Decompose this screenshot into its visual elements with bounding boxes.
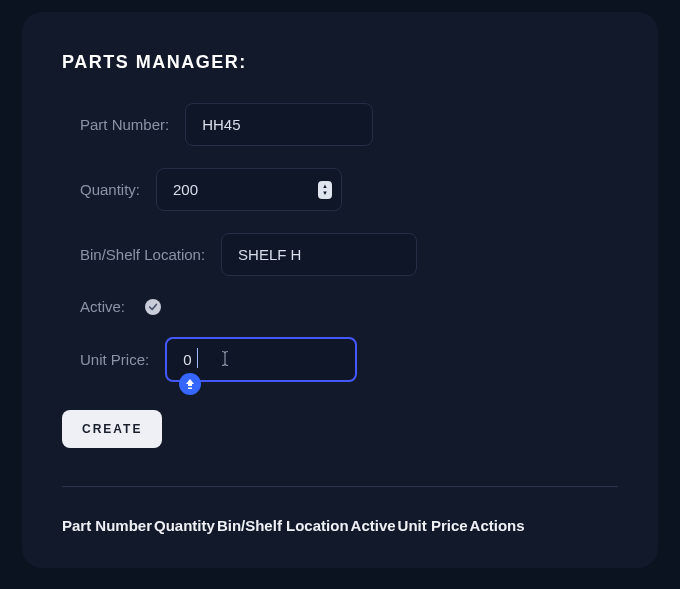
check-icon bbox=[148, 302, 158, 312]
parts-manager-panel: PARTS MANAGER: Part Number: Quantity: ▲ … bbox=[22, 12, 658, 568]
page-title: PARTS MANAGER: bbox=[62, 52, 618, 73]
part-number-label: Part Number: bbox=[80, 116, 169, 133]
location-label: Bin/Shelf Location: bbox=[80, 246, 205, 263]
quantity-input[interactable] bbox=[156, 168, 342, 211]
col-location: Bin/Shelf Location bbox=[217, 517, 349, 534]
caps-lock-badge bbox=[179, 373, 201, 395]
create-button[interactable]: CREATE bbox=[62, 410, 162, 448]
row-unit-price: Unit Price: bbox=[62, 337, 618, 382]
table-header-row: Part Number Quantity Bin/Shelf Location … bbox=[62, 517, 618, 534]
part-number-input[interactable] bbox=[185, 103, 373, 146]
chevron-down-icon: ▼ bbox=[322, 190, 328, 197]
row-quantity: Quantity: ▲ ▼ bbox=[62, 168, 618, 211]
row-part-number: Part Number: bbox=[62, 103, 618, 146]
col-active: Active bbox=[351, 517, 396, 534]
row-active: Active: bbox=[62, 298, 618, 315]
active-checkbox[interactable] bbox=[145, 299, 161, 315]
active-label: Active: bbox=[80, 298, 125, 315]
col-part-number: Part Number bbox=[62, 517, 152, 534]
location-input[interactable] bbox=[221, 233, 417, 276]
col-actions: Actions bbox=[470, 517, 525, 534]
quantity-label: Quantity: bbox=[80, 181, 140, 198]
divider bbox=[62, 486, 618, 487]
unit-price-label: Unit Price: bbox=[80, 351, 149, 368]
quantity-stepper[interactable]: ▲ ▼ bbox=[318, 181, 332, 199]
col-unit-price: Unit Price bbox=[398, 517, 468, 534]
col-quantity: Quantity bbox=[154, 517, 215, 534]
caps-lock-icon bbox=[184, 378, 196, 390]
chevron-up-icon: ▲ bbox=[322, 183, 328, 190]
row-location: Bin/Shelf Location: bbox=[62, 233, 618, 276]
